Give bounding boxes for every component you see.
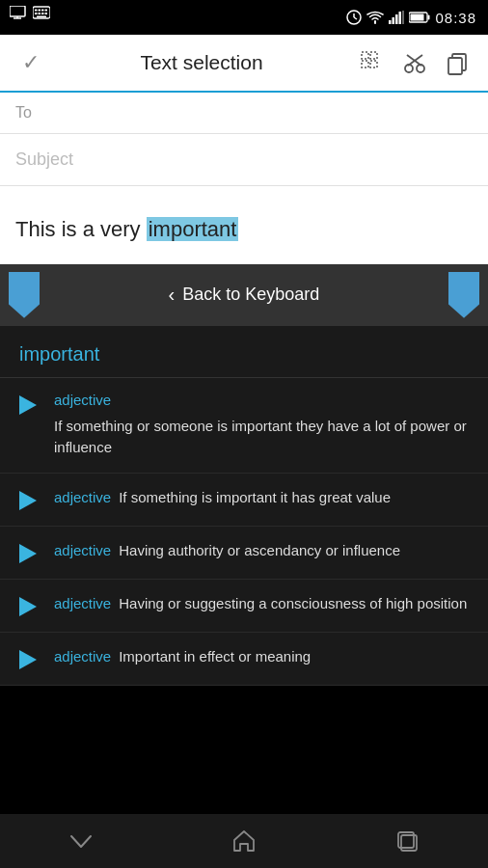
dict-entry-1: adjective If something is important it h… — [0, 474, 488, 527]
play-button-3[interactable] — [19, 595, 42, 618]
svg-rect-12 — [37, 16, 46, 18]
play-button-4[interactable] — [19, 648, 42, 671]
left-selection-handle[interactable] — [0, 264, 48, 326]
dict-entry-3: adjective Having or suggesting a conscio… — [0, 580, 488, 633]
keyboard-icon — [33, 6, 50, 19]
dict-entry-content-3: adjective Having or suggesting a conscio… — [54, 593, 469, 615]
svg-rect-10 — [41, 13, 44, 14]
back-to-keyboard-button[interactable]: ‹ Back to Keyboard — [48, 284, 440, 306]
svg-rect-0 — [10, 6, 25, 16]
bottom-nav — [0, 814, 488, 868]
dict-entry-top-4: adjective Important in effect or meaning — [54, 646, 469, 668]
svg-rect-33 — [448, 58, 462, 74]
svg-marker-34 — [234, 831, 254, 851]
dict-pos-1: adjective — [54, 489, 111, 505]
check-button[interactable]: ✓ — [10, 41, 52, 84]
dictionary-panel: important adjective If something or some… — [0, 326, 488, 686]
email-area: To Subject — [0, 93, 488, 186]
screen-icon — [10, 6, 27, 19]
handle-shape-right — [448, 272, 479, 318]
clock-icon — [346, 10, 362, 25]
text-before: This is a very — [15, 217, 147, 241]
check-icon: ✓ — [22, 50, 40, 75]
recent-nav-icon — [394, 828, 420, 854]
svg-rect-24 — [362, 52, 368, 59]
svg-rect-8 — [35, 13, 38, 14]
svg-rect-20 — [402, 11, 404, 24]
svg-rect-22 — [428, 15, 430, 20]
home-nav-button[interactable] — [215, 822, 273, 860]
status-time: 08:38 — [435, 10, 476, 26]
svg-rect-19 — [399, 12, 402, 24]
signal-icon — [389, 11, 404, 24]
copy-icon — [445, 50, 470, 75]
toolbar: ✓ Text selection — [0, 35, 488, 93]
right-selection-handle[interactable] — [440, 264, 488, 326]
highlighted-text: important — [147, 217, 239, 241]
subject-field[interactable]: Subject — [0, 134, 488, 186]
cut-icon — [402, 50, 427, 75]
svg-rect-18 — [395, 14, 398, 24]
copy-button[interactable] — [436, 41, 478, 84]
back-nav-icon — [68, 830, 95, 852]
dict-def-1: If something is important it has great v… — [119, 487, 391, 509]
back-arrow-icon: ‹ — [169, 284, 176, 306]
dict-def-2: Having authority or ascendancy or influe… — [119, 540, 400, 562]
dict-pos-0: adjective — [54, 392, 111, 408]
svg-rect-4 — [35, 10, 38, 12]
dict-entry-top-0: adjective If something or someone is imp… — [54, 392, 469, 459]
dict-entry-4: adjective Important in effect or meaning — [0, 633, 488, 686]
svg-rect-17 — [393, 17, 395, 24]
svg-rect-5 — [39, 10, 41, 12]
grid-select-button[interactable] — [351, 41, 393, 84]
wifi-icon — [366, 11, 384, 24]
dict-def-0: If something or someone is important the… — [54, 416, 469, 459]
play-icon-0 — [19, 395, 37, 415]
dict-pos-2: adjective — [54, 542, 111, 558]
dict-entry-content-4: adjective Important in effect or meaning — [54, 646, 469, 668]
dict-entry-content-2: adjective Having authority or ascendancy… — [54, 540, 469, 562]
svg-line-15 — [354, 17, 357, 19]
email-body-text: This is a very important — [15, 217, 238, 241]
dict-def-4: Important in effect or meaning — [119, 646, 311, 668]
play-button-0[interactable] — [19, 393, 42, 417]
svg-rect-25 — [370, 52, 377, 59]
status-bar: 08:38 — [0, 0, 488, 35]
dict-entry-content-0: adjective If something or someone is imp… — [54, 392, 469, 459]
svg-rect-11 — [45, 13, 48, 14]
svg-rect-9 — [39, 13, 41, 14]
play-icon-1 — [19, 491, 37, 510]
play-icon-4 — [19, 650, 37, 669]
dict-entry-0: adjective If something or someone is imp… — [0, 378, 488, 474]
battery-icon — [409, 11, 430, 24]
status-bar-left-icons — [10, 6, 50, 19]
to-field[interactable]: To — [0, 93, 488, 134]
back-to-keyboard-label: Back to Keyboard — [182, 285, 319, 305]
recent-nav-button[interactable] — [378, 822, 436, 860]
cut-button[interactable] — [393, 41, 436, 84]
dict-entry-content-1: adjective If something is important it h… — [54, 487, 469, 509]
svg-rect-27 — [370, 61, 377, 68]
toolbar-title: Text selection — [52, 51, 351, 74]
play-button-1[interactable] — [19, 489, 42, 512]
svg-rect-7 — [45, 10, 48, 12]
dict-entry-top-3: adjective Having or suggesting a conscio… — [54, 593, 469, 615]
handle-shape-left — [9, 272, 40, 318]
svg-rect-6 — [41, 10, 44, 12]
selection-bar: ‹ Back to Keyboard — [0, 264, 488, 326]
play-button-2[interactable] — [19, 542, 42, 565]
dict-pos-4: adjective — [54, 648, 111, 665]
email-body[interactable]: This is a very important — [0, 186, 488, 264]
dict-def-3: Having or suggesting a consciousness of … — [119, 593, 467, 615]
dict-entry-top-1: adjective If something is important it h… — [54, 487, 469, 509]
svg-rect-23 — [411, 14, 424, 21]
home-nav-icon — [231, 828, 257, 854]
back-nav-button[interactable] — [52, 822, 110, 860]
grid-select-icon — [360, 50, 385, 75]
play-icon-2 — [19, 544, 37, 563]
dict-pos-3: adjective — [54, 595, 111, 611]
svg-rect-16 — [389, 20, 392, 24]
dict-entry-top-2: adjective Having authority or ascendancy… — [54, 540, 469, 562]
svg-rect-26 — [362, 61, 368, 68]
play-icon-3 — [19, 597, 37, 616]
